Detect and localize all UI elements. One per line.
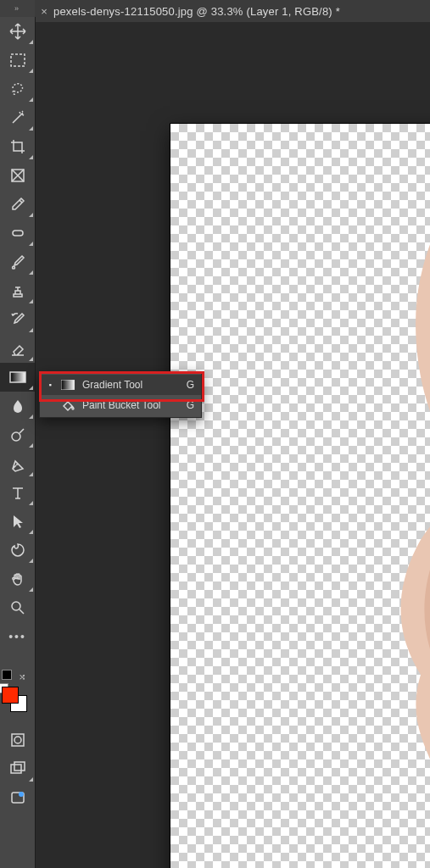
healing-brush-tool[interactable] (0, 219, 35, 248)
flyout-item-label: Gradient Tool (82, 379, 176, 391)
pen-tool[interactable] (0, 449, 35, 478)
svg-point-4 (12, 432, 20, 441)
more-icon: ••• (8, 630, 26, 643)
quick-mask-button[interactable] (0, 726, 35, 754)
gradient-tool[interactable] (0, 363, 35, 392)
svg-point-12 (19, 792, 24, 797)
flyout-indicator-icon (29, 559, 33, 563)
hand-tool[interactable] (0, 565, 35, 593)
close-tab-button[interactable]: × (35, 5, 53, 18)
brush-tool[interactable] (0, 248, 35, 276)
dodge-tool[interactable] (0, 420, 35, 449)
svg-rect-0 (11, 54, 25, 66)
document-tab-bar: × pexels-denys-12115050.jpg @ 33.3% (Lay… (35, 0, 430, 23)
svg-rect-13 (61, 380, 75, 390)
svg-rect-7 (12, 734, 24, 746)
svg-point-8 (14, 737, 21, 743)
blur-tool[interactable] (0, 392, 35, 420)
flyout-indicator-icon (29, 299, 33, 303)
flyout-item-shortcut: G (182, 379, 194, 391)
flyout-indicator-icon (29, 587, 33, 592)
flyout-indicator-icon (29, 501, 33, 505)
paint-bucket-icon (60, 399, 75, 411)
flyout-indicator-icon (29, 443, 33, 448)
document-tab-title[interactable]: pexels-denys-12115050.jpg @ 33.3% (Layer… (53, 5, 430, 18)
svg-point-5 (16, 464, 18, 465)
flyout-indicator-icon (29, 415, 33, 419)
gradient-icon (60, 380, 75, 390)
shape-tool[interactable] (0, 536, 35, 565)
rectangular-marquee-tool[interactable] (0, 46, 35, 75)
flyout-indicator-icon (29, 328, 33, 332)
svg-rect-10 (14, 762, 25, 771)
flyout-item-label: Paint Bucket Tool (82, 399, 176, 411)
zoom-tool[interactable] (0, 593, 35, 622)
tools-panel: ••• ⤭ (0, 17, 36, 868)
flyout-item-gradient-tool[interactable]: ▪ Gradient Tool G (40, 375, 201, 395)
eraser-tool[interactable] (0, 334, 35, 363)
flyout-indicator-icon (29, 155, 33, 159)
flyout-indicator-icon (29, 777, 33, 782)
default-colors-button[interactable] (2, 670, 12, 680)
flyout-indicator-icon (29, 357, 33, 361)
selected-indicator-icon: ▪ (47, 381, 53, 389)
share-button[interactable] (0, 783, 35, 812)
frame-tool[interactable] (0, 161, 35, 190)
type-tool[interactable] (0, 478, 35, 507)
magic-wand-tool[interactable] (0, 103, 35, 132)
toolbar-collapse-handle[interactable]: » (0, 0, 35, 17)
flyout-indicator-icon (29, 270, 33, 275)
tool-flyout-menu: ▪ Gradient Tool G Paint Bucket Tool G (39, 372, 202, 418)
eyedropper-tool[interactable] (0, 190, 35, 219)
path-selection-tool[interactable] (0, 507, 35, 536)
edit-toolbar-button[interactable]: ••• (0, 622, 35, 651)
crop-tool[interactable] (0, 132, 35, 161)
document-canvas[interactable] (170, 124, 430, 868)
flyout-indicator-icon (29, 69, 33, 73)
lasso-tool[interactable] (0, 75, 35, 103)
clone-stamp-tool[interactable] (0, 276, 35, 305)
flyout-indicator-icon (29, 126, 33, 131)
flyout-item-shortcut: G (182, 399, 194, 411)
svg-rect-3 (10, 372, 25, 382)
history-brush-tool[interactable] (0, 305, 35, 334)
foreground-color-swatch[interactable] (2, 687, 19, 704)
move-tool[interactable] (0, 17, 35, 46)
canvas-stage (35, 22, 430, 868)
svg-rect-9 (11, 765, 21, 773)
expand-icon: » (14, 4, 20, 13)
flyout-item-paint-bucket-tool[interactable]: Paint Bucket Tool G (40, 395, 201, 415)
flyout-indicator-icon (29, 472, 33, 476)
screen-mode-button[interactable] (0, 754, 35, 783)
image-content (340, 124, 430, 868)
flyout-indicator-icon (29, 97, 33, 102)
color-controls: ⤭ (0, 670, 36, 712)
svg-point-6 (12, 602, 20, 610)
gradient-icon (9, 370, 26, 384)
flyout-indicator-icon (29, 242, 33, 246)
flyout-indicator-icon (29, 386, 33, 390)
flyout-indicator-icon (29, 213, 33, 217)
swap-colors-button[interactable]: ⤭ (19, 672, 25, 682)
flyout-indicator-icon (29, 40, 33, 44)
flyout-indicator-icon (29, 530, 33, 534)
